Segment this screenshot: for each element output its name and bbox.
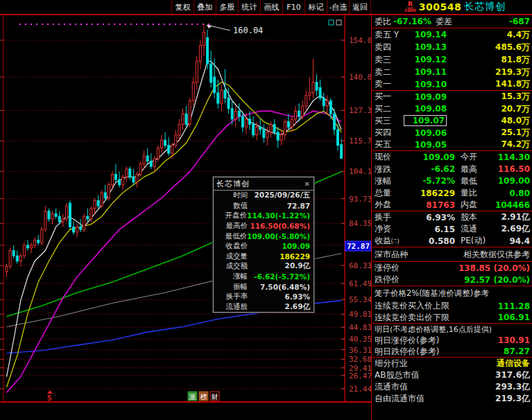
candle-down	[37, 240, 40, 243]
quote-label: 今开	[455, 151, 488, 163]
ask-price[interactable]: 109.10	[404, 80, 447, 89]
candle-up	[9, 251, 11, 267]
y-axis-label: 21.44	[349, 385, 371, 394]
candle-up	[245, 119, 247, 127]
candle-down	[58, 216, 60, 222]
tooltip-row-value: 109.00(-5.80%)	[247, 232, 310, 240]
candle-down	[114, 174, 117, 180]
candle-down	[97, 200, 99, 206]
tooltip-row: 数值72.87	[214, 201, 314, 211]
candle-up	[305, 96, 307, 106]
candle-down	[146, 156, 148, 161]
bid-price[interactable]: 109.05	[404, 140, 447, 150]
toolbar-button-统计[interactable]: 统计	[238, 0, 260, 14]
y-axis-label: 93.73	[349, 195, 371, 204]
ask-row-卖二[interactable]: 卖二109.11219.3万	[372, 66, 532, 78]
quote-value: 0.80	[488, 189, 530, 198]
toolbar-button-F10[interactable]: F10	[282, 0, 304, 14]
kline-chart[interactable]: 154.0140.0127.3115.7104.193.7384.3568.33…	[0, 0, 371, 420]
industry-row: AB股总市值317.6亿	[372, 369, 532, 381]
candle-down	[298, 111, 300, 116]
y-axis-label: 61.49	[349, 279, 371, 288]
top-toolbar: 复权叠加多股统计画线F10标记-自选返回 R 1000 300548 长芯博创	[0, 0, 532, 15]
kline-tooltip[interactable]: 长芯博创 ✕ 时间2025/09/26/五数值72.87开盘价114.30(-1…	[213, 177, 314, 313]
ask-price[interactable]: 109.14	[404, 30, 447, 40]
candle-down	[150, 161, 152, 167]
bid-label: 买一	[375, 91, 404, 103]
candle-up	[90, 209, 92, 219]
candle-down	[241, 116, 243, 127]
high-marker-arrowhead	[207, 25, 212, 28]
quote-row: 涨跌-6.62最高116.50	[372, 163, 532, 175]
quote-value: 104466	[488, 200, 530, 210]
quote-value: 2.69亿	[488, 223, 530, 235]
bid-row-买五[interactable]: 买五109.0574.2万	[372, 139, 532, 151]
tooltip-row-label: 收盘价	[217, 241, 248, 251]
bid-row-买二[interactable]: 买二109.0820.7万	[372, 103, 532, 114]
tooltip-row: 收盘价109.09	[214, 241, 314, 252]
limit-label: 跌停价	[375, 274, 400, 286]
ask-price[interactable]: 109.11	[404, 67, 447, 77]
bid-price[interactable]: 109.06	[404, 128, 447, 138]
weibi-label: 委比	[375, 16, 391, 28]
industry-value: 通信设备	[497, 358, 530, 369]
bid-row-买三[interactable]: 买三109.0748.0万	[372, 115, 532, 127]
industry-value: 219.3亿	[495, 393, 530, 405]
weicha-value: -687	[452, 17, 530, 26]
tooltip-title: 长芯博创	[216, 179, 250, 189]
ask-row-卖三[interactable]: 卖三109.1281.8万	[372, 53, 532, 66]
tomorrow-value: 87.27	[504, 347, 530, 356]
bid-price[interactable]: 109.08	[404, 104, 447, 114]
y-axis-label: 44.83	[349, 323, 371, 332]
candle-down	[73, 227, 75, 232]
bid-label: 买五	[375, 139, 404, 150]
candle-up	[270, 124, 272, 132]
toolbar-button-复权[interactable]: 复权	[171, 0, 194, 14]
toolbar-button--自选[interactable]: -自选	[327, 0, 349, 14]
candle-down	[119, 180, 121, 185]
tomorrow-row: 明日跌停价(参考)87.27	[372, 347, 532, 358]
quote-row: 外盘81763内盘104466	[372, 200, 532, 211]
candle-down	[55, 213, 57, 216]
toolbar-menu: 复权叠加多股统计画线F10标记-自选返回	[171, 0, 371, 14]
quote-row: 换手6.93%股本2.91亿	[372, 211, 532, 223]
industry-row: 细分行业通信设备	[372, 358, 532, 369]
bid-price[interactable]: 109.07	[404, 115, 447, 126]
ask-price[interactable]: 109.12	[404, 55, 447, 64]
ask-row-卖五[interactable]: 卖五 Y109.144.4万	[372, 28, 532, 41]
toolbar-button-标记[interactable]: 标记	[304, 0, 327, 14]
tooltip-titlebar[interactable]: 长芯博创 ✕	[214, 177, 314, 191]
ask-row-卖四[interactable]: 卖四109.13485.6万	[372, 41, 532, 53]
window-split-icon[interactable]	[329, 20, 334, 25]
candle-down	[337, 130, 339, 146]
window-max-icon[interactable]	[336, 20, 341, 25]
close-icon[interactable]: ✕	[304, 180, 311, 188]
candle-down	[217, 93, 219, 103]
bid-row-买四[interactable]: 买四109.0625.1万	[372, 127, 532, 139]
kline-chart-svg[interactable]: 154.0140.0127.3115.7104.193.7384.3568.33…	[0, 0, 371, 420]
candle-down	[69, 203, 71, 227]
candle-up	[51, 213, 53, 219]
quote-value: 114.30	[488, 152, 530, 162]
tomorrow-label: 明日跌停价(参考)	[375, 346, 439, 358]
bid-price[interactable]: 109.09	[404, 92, 447, 102]
quote-row: 现价109.09今开114.30	[372, 151, 532, 163]
candle-up	[284, 122, 286, 135]
tooltip-row: 流通股2.69亿	[214, 302, 314, 313]
candle-down	[164, 140, 166, 146]
candle-up	[19, 256, 22, 261]
candle-up	[221, 90, 223, 103]
ask-price[interactable]: 109.13	[404, 42, 447, 52]
candle-up	[291, 119, 293, 127]
toolbar-button-多股[interactable]: 多股	[216, 0, 238, 14]
quote-label: 换手	[375, 211, 409, 223]
candle-down	[249, 119, 251, 125]
tooltip-row-value: 72.87	[248, 202, 310, 210]
candle-up	[126, 169, 128, 177]
bid-row-买一[interactable]: 买一109.0915.3万	[372, 91, 532, 103]
toolbar-button-画线[interactable]: 画线	[260, 0, 282, 14]
toolbar-button-叠加[interactable]: 叠加	[194, 0, 216, 14]
toolbar-button-返回[interactable]: 返回	[349, 0, 371, 14]
ask-row-卖一[interactable]: 卖一109.10141.8万	[372, 78, 532, 91]
candle-down	[80, 227, 82, 229]
